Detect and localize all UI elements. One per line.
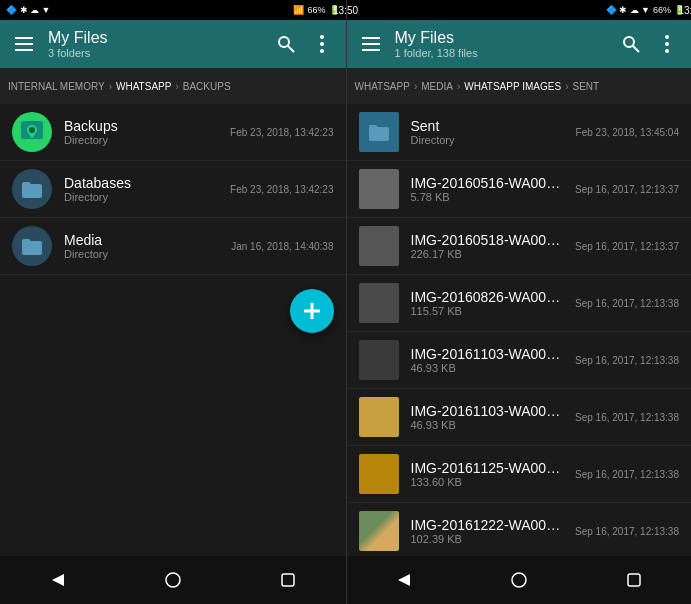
right-bc-sent[interactable]: SENT (572, 81, 599, 92)
right-file-img7[interactable]: IMG-20161222-WA0000.jpg 102.39 KB Sep 16… (347, 503, 692, 556)
right-thumb-img2 (359, 226, 399, 266)
right-info-sent: Sent Directory (411, 118, 564, 146)
left-sep-2: › (175, 81, 178, 92)
svg-rect-17 (362, 43, 380, 45)
left-breadcrumb: INTERNAL MEMORY › WHATSAPP › BACKUPS (0, 68, 346, 104)
right-nav-home[interactable] (503, 564, 535, 596)
left-file-list: Backups Directory Feb 23, 2018, 13:42:23… (0, 104, 346, 556)
left-breadcrumb-backups[interactable]: BACKUPS (183, 81, 231, 92)
left-file-backups[interactable]: Backups Directory Feb 23, 2018, 13:42:23 (0, 104, 346, 161)
left-panel: 🔷 ✱ ☁ ▼ 13:50 📶 66% 🔋 My Files 3 folders… (0, 0, 346, 604)
left-menu-icon[interactable] (12, 32, 36, 56)
svg-point-10 (29, 127, 35, 133)
left-info-media: Media Directory (64, 232, 219, 260)
right-file-img5[interactable]: IMG-20161103-WA0001.jpg 46.93 KB Sep 16,… (347, 389, 692, 446)
left-nav-square[interactable] (272, 564, 304, 596)
right-file-sent[interactable]: Sent Directory Feb 23, 2018, 13:45:04 (347, 104, 692, 161)
right-thumb-img6 (359, 454, 399, 494)
left-name-backups: Backups (64, 118, 218, 134)
svg-rect-15 (282, 574, 294, 586)
left-fab-button[interactable] (290, 289, 334, 333)
right-file-img4[interactable]: IMG-20161103-WA0000.jpg 46.93 KB Sep 16,… (347, 332, 692, 389)
left-file-media[interactable]: Media Directory Jan 16, 2018, 14:40:38 (0, 218, 346, 275)
right-info-img3: IMG-20160826-WA0000.jpg 115.57 KB (411, 289, 564, 317)
svg-point-19 (624, 37, 634, 47)
right-battery-pct: 66% (653, 5, 671, 15)
right-menu-icon[interactable] (359, 32, 383, 56)
left-sep-1: › (109, 81, 112, 92)
right-name-sent: Sent (411, 118, 564, 134)
right-date-img1: Sep 16, 2017, 12:13:37 (575, 184, 679, 195)
left-battery-pct: 66% (307, 5, 325, 15)
right-file-img1[interactable]: IMG-20160516-WA0000.jpg 5.78 KB Sep 16, … (347, 161, 692, 218)
right-nav-back[interactable] (388, 564, 420, 596)
left-type-databases: Directory (64, 191, 218, 203)
right-breadcrumb: WHATSAPP › MEDIA › WHATSAPP IMAGES › SEN… (347, 68, 692, 104)
left-time: 13:50 (333, 5, 358, 16)
right-name-img3: IMG-20160826-WA0000.jpg (411, 289, 564, 305)
left-type-backups: Directory (64, 134, 218, 146)
svg-point-3 (279, 37, 289, 47)
right-size-img5: 46.93 KB (411, 419, 564, 431)
right-name-img7: IMG-20161222-WA0000.jpg (411, 517, 564, 533)
left-file-databases[interactable]: Databases Directory Feb 23, 2018, 13:42:… (0, 161, 346, 218)
left-nav-bar (0, 556, 346, 604)
left-search-button[interactable] (274, 32, 298, 56)
svg-point-5 (320, 35, 324, 39)
svg-marker-13 (52, 574, 64, 586)
right-name-img1: IMG-20160516-WA0000.jpg (411, 175, 564, 191)
right-bt-icon: 🔷 ✱ ☁ ▼ (606, 5, 650, 15)
right-nav-square[interactable] (618, 564, 650, 596)
right-thumb-img1 (359, 169, 399, 209)
left-date-backups: Feb 23, 2018, 13:42:23 (230, 127, 333, 138)
right-bc-whatsapp[interactable]: WHATSAPP (355, 81, 410, 92)
left-app-title: My Files (48, 29, 108, 46)
svg-rect-0 (15, 37, 33, 39)
right-thumb-img5 (359, 397, 399, 437)
left-nav-home[interactable] (157, 564, 189, 596)
right-app-bar: My Files 1 folder, 138 files (347, 20, 692, 68)
right-sep-1: › (414, 81, 417, 92)
right-file-img6[interactable]: IMG-20161125-WA0000.jpg 133.60 KB Sep 16… (347, 446, 692, 503)
right-name-img5: IMG-20161103-WA0001.jpg (411, 403, 564, 419)
right-bc-media[interactable]: MEDIA (421, 81, 453, 92)
left-name-databases: Databases (64, 175, 218, 191)
right-date-img6: Sep 16, 2017, 12:13:38 (575, 469, 679, 480)
right-bc-images[interactable]: WHATSAPP IMAGES (464, 81, 561, 92)
right-thumb-img4 (359, 340, 399, 380)
svg-rect-18 (362, 49, 380, 51)
svg-line-4 (288, 46, 294, 52)
right-app-title: My Files (395, 29, 455, 46)
right-thumb-img3 (359, 283, 399, 323)
left-more-button[interactable] (310, 32, 334, 56)
right-info-img7: IMG-20161222-WA0000.jpg 102.39 KB (411, 517, 564, 545)
svg-rect-28 (628, 574, 640, 586)
svg-rect-16 (362, 37, 380, 39)
left-title-block: My Files 3 folders (48, 29, 262, 59)
right-more-button[interactable] (655, 32, 679, 56)
right-sep-3: › (565, 81, 568, 92)
left-type-media: Directory (64, 248, 219, 260)
right-file-img2[interactable]: IMG-20160518-WA0000.jpg 226.17 KB Sep 16… (347, 218, 692, 275)
right-info-img2: IMG-20160518-WA0000.jpg 226.17 KB (411, 232, 564, 260)
right-nav-bar (347, 556, 692, 604)
right-file-list: Sent Directory Feb 23, 2018, 13:45:04 IM… (347, 104, 692, 556)
left-info-backups: Backups Directory (64, 118, 218, 146)
left-breadcrumb-internal[interactable]: INTERNAL MEMORY (8, 81, 105, 92)
right-search-button[interactable] (619, 32, 643, 56)
right-date-img4: Sep 16, 2017, 12:13:38 (575, 355, 679, 366)
left-name-media: Media (64, 232, 219, 248)
right-size-img4: 46.93 KB (411, 362, 564, 374)
right-type-sent: Directory (411, 134, 564, 146)
svg-point-7 (320, 49, 324, 53)
svg-rect-1 (15, 43, 33, 45)
right-info-img4: IMG-20161103-WA0000.jpg 46.93 KB (411, 346, 564, 374)
left-breadcrumb-whatsapp[interactable]: WHATSAPP (116, 81, 171, 92)
left-nav-back[interactable] (42, 564, 74, 596)
right-size-img1: 5.78 KB (411, 191, 564, 203)
right-title-block: My Files 1 folder, 138 files (395, 29, 608, 59)
right-file-img3[interactable]: IMG-20160826-WA0000.jpg 115.57 KB Sep 16… (347, 275, 692, 332)
svg-point-21 (665, 35, 669, 39)
right-info-img1: IMG-20160516-WA0000.jpg 5.78 KB (411, 175, 564, 203)
right-panel: 13:51 🔷 ✱ ☁ ▼ 66% 🔋 My Files 1 folder, 1… (346, 0, 692, 604)
